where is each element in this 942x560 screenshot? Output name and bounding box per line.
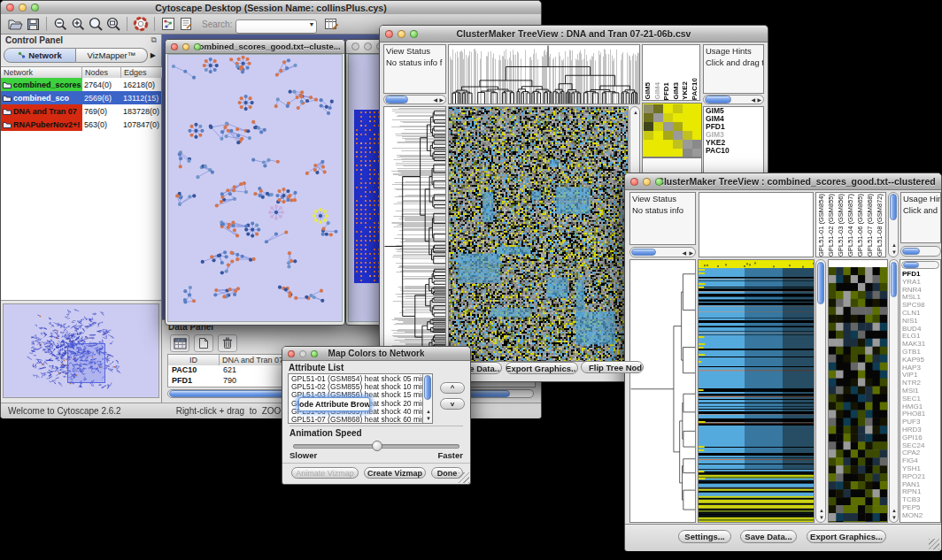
help-lifering-icon[interactable] [132, 16, 150, 32]
minimize-button[interactable] [299, 350, 306, 357]
scroll-up-icon[interactable]: ▲ [426, 409, 431, 414]
annotation-icon[interactable] [177, 16, 195, 32]
close-button[interactable] [6, 4, 14, 12]
network-table-row[interactable]: DNA and Tran 07 769(0) 183728(0) [1, 104, 161, 118]
tv1-heatmap[interactable] [448, 106, 629, 362]
minimize-button[interactable] [643, 178, 651, 186]
matrix-cell[interactable] [644, 104, 653, 113]
tv1-hints-hscrollbar[interactable]: ◀ ▶ [703, 95, 764, 104]
close-button[interactable] [630, 178, 638, 186]
move-down-button[interactable]: v [440, 398, 465, 410]
gene-list-item[interactable]: MON2 [900, 512, 940, 520]
tv2-heatmap-vscroll-thumb[interactable] [817, 262, 824, 304]
scroll-left-icon[interactable]: ◀ [751, 97, 755, 103]
matrix-cell[interactable] [692, 140, 702, 149]
attribute-vscrollbar[interactable]: ▲ ▼ [422, 374, 432, 423]
column-header-nodes[interactable]: Nodes [82, 67, 121, 78]
matrix-cell[interactable] [663, 122, 673, 131]
matrix-cell[interactable] [663, 149, 673, 157]
create-vizmap-button[interactable]: Create Vizmap [364, 467, 426, 479]
matrix-cell[interactable] [673, 149, 683, 157]
network-overview-canvas[interactable] [4, 304, 158, 397]
close-button[interactable] [385, 30, 393, 38]
slider-thumb[interactable] [372, 441, 382, 451]
more-tabs-button[interactable]: ▶ [148, 51, 158, 59]
matrix-cell[interactable] [663, 104, 673, 113]
matrix-cell[interactable] [683, 104, 692, 113]
birdseye-icon[interactable] [159, 16, 177, 32]
move-up-button[interactable]: ^ [440, 382, 465, 394]
tv1-column-dendrogram[interactable] [448, 44, 640, 104]
main-titlebar[interactable]: Cytoscape Desktop (Session Name: collins… [1, 1, 541, 15]
column-label[interactable]: PFD1 [662, 82, 672, 100]
matrix-cell[interactable] [673, 113, 683, 122]
dialog-titlebar[interactable]: Map Colors to Network [282, 347, 470, 361]
scroll-down-icon[interactable]: ▼ [892, 249, 897, 255]
matrix-cell[interactable] [692, 131, 702, 140]
minimize-button[interactable] [19, 4, 27, 12]
tv2-save-data-button[interactable]: Save Data... [740, 530, 797, 543]
scroll-right-icon[interactable]: ▶ [689, 250, 693, 256]
gene-list-item[interactable]: PAC10 [704, 147, 763, 155]
zoom-in-icon[interactable] [69, 16, 87, 32]
tab-network[interactable]: Network [4, 48, 76, 63]
column-header-network[interactable]: Network [1, 67, 82, 78]
matrix-cell[interactable] [653, 149, 663, 157]
matrix-cell[interactable] [644, 113, 653, 122]
matrix-cell[interactable] [653, 104, 663, 113]
matrix-cell[interactable] [653, 131, 663, 140]
scroll-left-icon[interactable]: ◀ [433, 97, 437, 103]
tv1-flip-tree-button[interactable]: Flip Tree Nodes [581, 361, 644, 373]
matrix-cell[interactable] [683, 149, 692, 157]
search-dropdown-icon[interactable]: ▼ [309, 21, 315, 27]
search-input[interactable] [236, 19, 317, 34]
animation-speed-slider[interactable] [293, 444, 459, 449]
tv2-zoom-heatmap[interactable] [828, 259, 888, 523]
tv2-column-dendrogram[interactable] [699, 192, 814, 257]
matrix-cell[interactable] [683, 113, 692, 122]
network-table-row[interactable]: combined_sco 2569(6) 13112(15) [1, 91, 161, 104]
scroll-down-icon[interactable]: ▼ [819, 515, 824, 520]
zoom-button[interactable] [311, 350, 318, 357]
net1-titlebar[interactable]: combined_scores_good.txt--cluste... [166, 40, 344, 54]
float-panel-icon[interactable]: ⧉ [151, 35, 157, 45]
network-table-row[interactable]: combined_scores_ 2764(0) 16218(0) [1, 78, 161, 91]
tv2-status-hscroll-thumb[interactable] [631, 249, 656, 256]
tv2-status-hscrollbar[interactable]: ◀ ▶ [629, 247, 696, 257]
delete-attribute-icon[interactable] [218, 334, 237, 352]
tv1-correlation-matrix[interactable] [642, 103, 702, 157]
zoom-button[interactable] [194, 43, 201, 50]
matrix-cell[interactable] [692, 113, 702, 122]
matrix-cell[interactable] [683, 131, 692, 140]
report-icon[interactable] [322, 16, 340, 32]
matrix-cell[interactable] [653, 140, 663, 149]
column-label[interactable]: PAC10 [691, 78, 700, 100]
scroll-down-icon[interactable]: ▼ [426, 416, 431, 421]
net1-canvas-area[interactable] [167, 54, 343, 322]
matrix-cell[interactable] [673, 131, 683, 140]
tv2-zoom-vscroll-thumb[interactable] [891, 262, 897, 297]
column-label[interactable]: GPL51-08 (GSM872) [876, 194, 885, 257]
matrix-cell[interactable] [692, 149, 702, 157]
close-button[interactable] [288, 350, 295, 357]
minimize-button[interactable] [398, 30, 405, 38]
attribute-vscroll-thumb[interactable] [424, 375, 431, 400]
tv2-gene-hscroll-thumb[interactable] [903, 262, 919, 268]
column-label[interactable]: GPL51-03 (GSM856) [837, 194, 846, 257]
tv2-row-dendrogram[interactable] [629, 259, 696, 523]
save-icon[interactable] [24, 16, 42, 32]
matrix-cell[interactable] [663, 140, 673, 149]
scroll-up-icon[interactable]: ▲ [633, 110, 638, 115]
matrix-cell[interactable] [683, 122, 692, 131]
matrix-cell[interactable] [673, 140, 683, 149]
tv2-heatmap-vscrollbar[interactable]: ▲ ▼ [815, 259, 826, 523]
tab-vizmapper[interactable]: VizMapper™ [76, 48, 148, 63]
column-label[interactable]: GPL51-07 (GSM868) [866, 194, 876, 257]
zoom-fit-icon[interactable] [104, 16, 122, 32]
attribute-item[interactable]: GPL51-07 (GSM868) heat shock 60 min [289, 416, 432, 424]
tv2-heatmap[interactable] [698, 259, 815, 523]
close-button[interactable] [171, 43, 178, 50]
matrix-cell[interactable] [663, 131, 673, 140]
tv1-status-hscroll-thumb[interactable] [385, 96, 408, 104]
zoom-button[interactable] [410, 30, 418, 38]
